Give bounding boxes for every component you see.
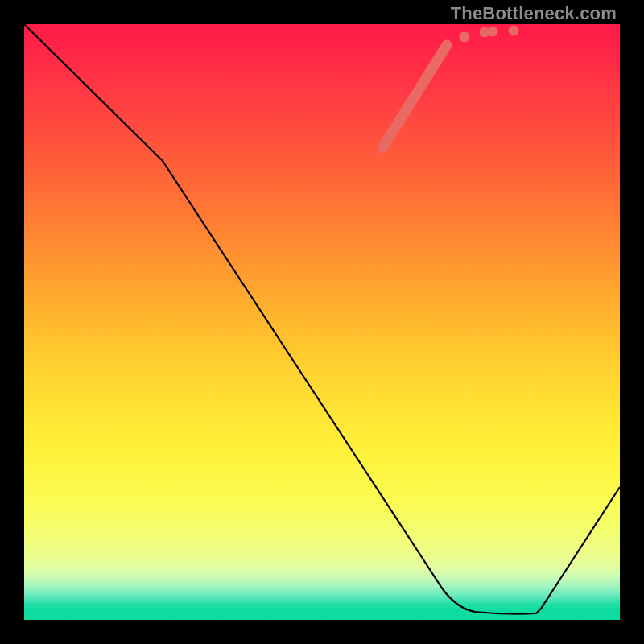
bottleneck-curve (24, 24, 620, 614)
chart-frame: TheBottleneck.com (0, 0, 644, 644)
plot-area (24, 24, 620, 620)
watermark-label: TheBottleneck.com (451, 3, 617, 24)
marker-dot-0 (460, 32, 470, 43)
marker-dot-3 (509, 26, 519, 36)
marker-stroke-0 (382, 45, 447, 148)
marker-dot-2 (488, 27, 498, 37)
curve-layer (24, 24, 620, 620)
